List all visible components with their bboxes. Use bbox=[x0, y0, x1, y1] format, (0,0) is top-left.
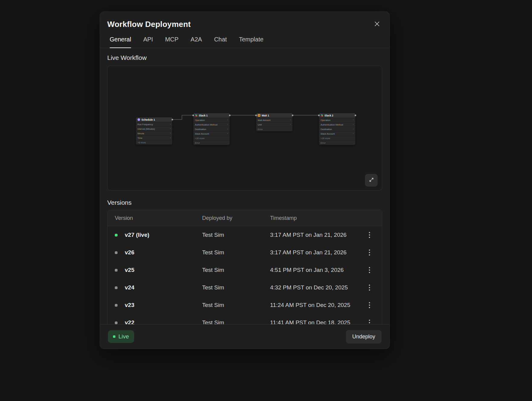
column-version: Version bbox=[115, 215, 202, 221]
slack-icon bbox=[195, 114, 198, 117]
node-field[interactable]: Error bbox=[193, 140, 230, 145]
node-field[interactable]: Unit› bbox=[256, 122, 292, 127]
node-header[interactable]: Schedule 1 bbox=[136, 117, 172, 122]
node-field[interactable]: Minute› bbox=[136, 131, 172, 135]
close-icon bbox=[374, 21, 380, 28]
chevron-right-icon: › bbox=[290, 119, 291, 121]
table-row[interactable]: v26Test Sim3:17 AM PST on Jan 21, 2026 bbox=[108, 244, 382, 261]
kebab-menu-icon bbox=[369, 249, 370, 256]
deployed-by: Test Sim bbox=[202, 267, 270, 273]
version-label: v26 bbox=[125, 249, 134, 256]
node-header[interactable]: Slack 2 bbox=[319, 113, 355, 118]
table-row[interactable]: v22Test Sim11:41 AM PST on Dec 18, 2025 bbox=[108, 314, 382, 324]
kebab-menu-icon bbox=[369, 266, 370, 274]
node-field[interactable]: Slack Account› bbox=[193, 131, 230, 136]
row-menu-button[interactable] bbox=[364, 282, 375, 293]
row-menu-button[interactable] bbox=[364, 230, 375, 240]
slack-icon bbox=[321, 114, 323, 117]
timestamp: 3:17 AM PST on Jan 21, 2026 bbox=[270, 249, 358, 256]
workflow-canvas[interactable]: Schedule 1Run Frequency›Interval (Minute… bbox=[107, 66, 382, 191]
node-field[interactable]: Run Frequency› bbox=[136, 122, 172, 126]
node-field[interactable]: Operation› bbox=[319, 118, 355, 122]
expand-canvas-button[interactable] bbox=[365, 174, 378, 187]
timestamp: 3:17 AM PST on Jan 21, 2026 bbox=[270, 232, 358, 238]
deployed-by: Test Sim bbox=[202, 284, 270, 291]
version-label: v23 bbox=[125, 302, 134, 308]
node-field[interactable]: Authentication Method› bbox=[193, 122, 230, 127]
table-row[interactable]: v27 (live)Test Sim3:17 AM PST on Jan 21,… bbox=[108, 226, 382, 244]
timestamp: 4:32 PM PST on Dec 20, 2025 bbox=[270, 284, 358, 291]
node-output-port bbox=[355, 115, 356, 116]
node-field[interactable]: Error bbox=[319, 140, 355, 145]
node-field[interactable]: Operation› bbox=[193, 118, 230, 122]
node-field[interactable]: Time› bbox=[136, 135, 172, 140]
node-header[interactable]: Wait 1 bbox=[256, 113, 292, 118]
workflow-node[interactable]: Slack 2Operation›Authentication Method›D… bbox=[319, 113, 355, 145]
version-label: v22 bbox=[125, 319, 134, 324]
deployed-by: Test Sim bbox=[202, 302, 270, 308]
chevron-right-icon: › bbox=[170, 132, 171, 135]
table-header-row: Version Deployed by Timestamp bbox=[108, 210, 382, 226]
row-menu-button[interactable] bbox=[364, 247, 375, 258]
tab-api[interactable]: API bbox=[143, 36, 153, 48]
status-dot bbox=[115, 234, 118, 236]
chevron-right-icon: › bbox=[353, 119, 354, 121]
version-label: v25 bbox=[125, 267, 134, 273]
workflow-node[interactable]: Schedule 1Run Frequency›Interval (Minute… bbox=[136, 117, 172, 145]
node-title: Wait 1 bbox=[262, 114, 269, 117]
row-menu-button[interactable] bbox=[364, 318, 375, 324]
status-dot bbox=[115, 251, 118, 254]
tab-general[interactable]: General bbox=[110, 36, 131, 48]
table-row[interactable]: v25Test Sim4:51 PM PST on Jan 3, 2026 bbox=[108, 261, 382, 279]
node-field[interactable]: +26 more bbox=[319, 136, 355, 140]
node-field[interactable]: Authentication Method› bbox=[319, 122, 355, 127]
versions-heading: Versions bbox=[107, 199, 382, 206]
tab-template[interactable]: Template bbox=[239, 36, 263, 48]
node-field[interactable]: +6 more bbox=[136, 140, 172, 145]
undeploy-button[interactable]: Undeploy bbox=[346, 330, 382, 344]
kebab-menu-icon bbox=[369, 302, 370, 309]
chevron-right-icon: › bbox=[227, 132, 228, 135]
deployed-by: Test Sim bbox=[202, 249, 270, 256]
tab-mcp[interactable]: MCP bbox=[165, 36, 178, 48]
status-badge: Live bbox=[108, 330, 134, 343]
node-field[interactable]: Slack Account› bbox=[319, 131, 355, 136]
node-output-port bbox=[172, 119, 173, 120]
node-field[interactable]: Interval (Minutes)› bbox=[136, 126, 172, 131]
dialog-content: Live Workflow Schedule 1Run Frequency›In… bbox=[100, 48, 389, 324]
version-label: v27 (live) bbox=[125, 232, 149, 238]
status-dot bbox=[115, 286, 118, 289]
node-output-port bbox=[229, 115, 231, 116]
chevron-right-icon: › bbox=[227, 128, 228, 130]
tab-bar: GeneralAPIMCPA2AChatTemplate bbox=[100, 36, 389, 48]
node-field[interactable]: Error bbox=[256, 127, 292, 131]
close-button[interactable] bbox=[372, 19, 382, 29]
node-header[interactable]: Slack 1 bbox=[193, 113, 230, 118]
workflow-node[interactable]: Slack 1Operation›Authentication Method›D… bbox=[193, 113, 230, 145]
column-deployed-by: Deployed by bbox=[202, 215, 270, 221]
column-timestamp: Timestamp bbox=[270, 215, 358, 221]
row-menu-button[interactable] bbox=[364, 265, 375, 275]
row-menu-button[interactable] bbox=[364, 300, 375, 310]
tab-chat[interactable]: Chat bbox=[214, 36, 227, 48]
chevron-right-icon: › bbox=[170, 128, 171, 130]
workflow-node[interactable]: Wait 1Wait Amount›Unit›Error bbox=[256, 113, 292, 131]
node-field[interactable]: Destination› bbox=[319, 127, 355, 131]
live-workflow-heading: Live Workflow bbox=[107, 54, 382, 61]
tab-a2a[interactable]: A2A bbox=[191, 36, 202, 48]
node-field[interactable]: +26 more bbox=[193, 136, 230, 140]
table-row[interactable]: v24Test Sim4:32 PM PST on Dec 20, 2025 bbox=[108, 279, 382, 296]
table-row[interactable]: v23Test Sim11:24 AM PST on Dec 20, 2025 bbox=[108, 296, 382, 314]
status-dot bbox=[115, 269, 118, 272]
chevron-right-icon: › bbox=[227, 119, 228, 121]
node-input-port bbox=[192, 115, 194, 116]
status-dot bbox=[115, 304, 118, 307]
status-dot bbox=[115, 321, 118, 324]
chevron-right-icon: › bbox=[353, 132, 354, 135]
chevron-right-icon: › bbox=[227, 123, 228, 126]
dialog-title: Workflow Deployment bbox=[107, 20, 191, 29]
node-input-port bbox=[318, 115, 320, 116]
node-field[interactable]: Wait Amount› bbox=[256, 118, 292, 122]
node-field[interactable]: Destination› bbox=[193, 127, 230, 131]
chevron-right-icon: › bbox=[170, 123, 171, 126]
